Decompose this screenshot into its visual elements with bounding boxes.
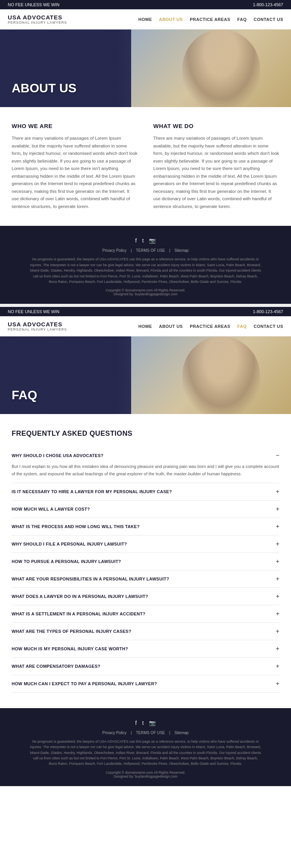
footer-copyright: Copyright © domainname.com All Rights Re… [8,288,283,292]
what-we-do-title: WHAT WE DO [153,123,279,129]
no-fee-text: NO FEE UNLESS WE WIN [8,2,59,7]
instagram-icon[interactable]: 📷 [149,237,156,244]
about-content: WHO WE ARE There are many variations of … [0,107,291,226]
faq-toggle-icon-12: + [276,680,279,687]
social-links: f t 📷 [8,237,283,244]
nav-contact[interactable]: CONTACT US [254,17,283,22]
faq-toggle-icon-10: + [276,645,279,652]
faq-question-text-11: WHAT ARE COMPENSATORY DAMAGES? [12,664,100,669]
footer-nav-links: Privacy Policy | TERMS OF USE | Sitemap [8,248,283,253]
nav2-about[interactable]: ABOUT US [159,324,183,329]
faq-question-3[interactable]: WHAT IS THE PROCESS AND HOW LONG WILL TH… [12,523,279,530]
terms-link[interactable]: TERMS OF USE [136,248,165,253]
logo: USA ADVOCATES PERSONAL INJURY LAWYERS [8,14,67,24]
logo-sub-2: PERSONAL INJURY LAWYERS [8,327,67,331]
faq-question-text-6: WHAT ARE YOUR RESPONSIBILITIES IN A PERS… [12,577,169,581]
top-bar-2: NO FEE UNLESS WE WIN 1-800-123-4567 [0,307,291,316]
sitemap-link[interactable]: Sitemap [174,248,189,253]
terms-link-2[interactable]: TERMS OF USE [136,731,165,735]
faq-question-text-0: WHY SHOULD I CHOSE USA ADVOCATES? [12,453,104,458]
twitter-icon[interactable]: t [142,237,144,244]
twitter-icon-2[interactable]: t [142,720,144,726]
nav-about[interactable]: ABOUT US [159,17,183,22]
faq-question-4[interactable]: WHY SHOULD I FILE A PERSONAL INJURY LAWS… [12,541,279,547]
faq-question-12[interactable]: HOW MUCH CAN I EXPECT TO PAY A PERSONAL … [12,680,279,687]
faq-question-0[interactable]: WHY SHOULD I CHOSE USA ADVOCATES?− [12,452,279,459]
faq-toggle-icon-9: + [276,628,279,635]
logo-name-2: USA ADVOCATES [8,321,67,327]
what-we-do-col: WHAT WE DO There are many variations of … [153,123,279,210]
faq-item: WHAT ARE YOUR RESPONSIBILITIES IN A PERS… [12,570,279,588]
faq-hero-title: FAQ [12,388,37,402]
faq-question-5[interactable]: HOW TO PURSUE A PERSONAL INJURY LAWSUIT?… [12,558,279,565]
logo-name: USA ADVOCATES [8,14,67,21]
social-links-2: f t 📷 [8,720,283,726]
faq-toggle-icon-7: + [276,593,279,600]
what-we-do-text: There are many variations of passages of… [153,135,279,210]
faq-answer-0: But I must explain to you how all this m… [12,463,279,477]
faq-item: WHY SHOULD I FILE A PERSONAL INJURY LAWS… [12,535,279,553]
nav2-home[interactable]: HOME [139,324,152,329]
faq-item: HOW MUCH CAN I EXPECT TO PAY A PERSONAL … [12,675,279,693]
who-we-are-col: WHO WE ARE There are many variations of … [12,123,138,210]
about-hero: ABOUT US [0,29,291,107]
footer-copyright-2: Copyright © domainname.com All Rights Re… [8,771,283,774]
faq-item: WHAT IS THE PROCESS AND HOW LONG WILL TH… [12,518,279,535]
faq-question-text-10: HOW MUCH IS MY PERSONAL INJURY CASE WORT… [12,646,128,651]
faq-question-10[interactable]: HOW MUCH IS MY PERSONAL INJURY CASE WORT… [12,645,279,652]
nav2-practice[interactable]: PRACTICE AREAS [190,324,230,329]
footer-designed-2: Designed by: buylandingpagedesign.com [8,774,283,778]
faq-question-text-9: WHAT ARE THE TYPES OF PERSONAL INJURY CA… [12,629,131,634]
faq-item: WHY SHOULD I CHOSE USA ADVOCATES?−But I … [12,447,279,483]
faq-question-text-1: IS IT NECESSARY TO HIRE A LAWYER FOR MY … [12,489,172,494]
faq-question-6[interactable]: WHAT ARE YOUR RESPONSIBILITIES IN A PERS… [12,575,279,582]
nav2-faq[interactable]: FAQ [237,324,247,329]
faq-item: HOW MUCH WILL A LAWYER COST?+ [12,501,279,518]
faq-item: WHAT ARE COMPENSATORY DAMAGES?+ [12,658,279,675]
facebook-icon[interactable]: f [135,237,137,244]
who-we-are-title: WHO WE ARE [12,123,138,129]
phone-number: 1-800-123-4567 [253,2,283,7]
footer-disclaimer: No prognosis is guaranteed, the lawyers … [29,256,262,284]
faq-item: WHAT IS A SETTLEMENT IN A PERSONAL INJUR… [12,605,279,623]
nav2-contact[interactable]: CONTACT US [254,324,283,329]
faq-toggle-icon-3: + [276,523,279,530]
faq-item: HOW MUCH IS MY PERSONAL INJURY CASE WORT… [12,640,279,658]
faq-item: WHAT DOES A LAWYER DO IN A PERSONAL INJU… [12,588,279,605]
page-divider [0,304,291,307]
faq-question-text-3: WHAT IS THE PROCESS AND HOW LONG WILL TH… [12,524,140,529]
faq-question-text-4: WHY SHOULD I FILE A PERSONAL INJURY LAWS… [12,542,127,546]
faq-question-11[interactable]: WHAT ARE COMPENSATORY DAMAGES?+ [12,663,279,670]
hero-title: ABOUT US [12,81,76,95]
faq-list: WHY SHOULD I CHOSE USA ADVOCATES?−But I … [12,447,279,692]
main-nav-2: HOME ABOUT US PRACTICE AREAS FAQ CONTACT… [139,324,283,329]
faq-toggle-icon-1: + [276,488,279,495]
faq-question-9[interactable]: WHAT ARE THE TYPES OF PERSONAL INJURY CA… [12,628,279,635]
nav-home[interactable]: HOME [139,17,152,22]
faq-item: IS IT NECESSARY TO HIRE A LAWYER FOR MY … [12,483,279,501]
faq-question-text-5: HOW TO PURSUE A PERSONAL INJURY LAWSUIT? [12,559,121,564]
faq-question-text-2: HOW MUCH WILL A LAWYER COST? [12,507,90,511]
nav-faq[interactable]: FAQ [237,17,247,22]
faq-item: HOW TO PURSUE A PERSONAL INJURY LAWSUIT?… [12,553,279,570]
faq-question-7[interactable]: WHAT DOES A LAWYER DO IN A PERSONAL INJU… [12,593,279,600]
faq-toggle-icon-8: + [276,610,279,617]
footer-nav-links-2: Privacy Policy | TERMS OF USE | Sitemap [8,731,283,735]
instagram-icon-2[interactable]: 📷 [149,720,156,726]
header: USA ADVOCATES PERSONAL INJURY LAWYERS HO… [0,9,291,29]
faq-question-8[interactable]: WHAT IS A SETTLEMENT IN A PERSONAL INJUR… [12,610,279,617]
faq-question-1[interactable]: IS IT NECESSARY TO HIRE A LAWYER FOR MY … [12,488,279,495]
nav-practice[interactable]: PRACTICE AREAS [190,17,230,22]
footer-2: f t 📷 Privacy Policy | TERMS OF USE | Si… [0,708,291,786]
top-bar: NO FEE UNLESS WE WIN 1-800-123-4567 [0,0,291,9]
sitemap-link-2[interactable]: Sitemap [174,731,189,735]
logo-sub: PERSONAL INJURY LAWYERS [8,21,67,24]
privacy-policy-link[interactable]: Privacy Policy [102,248,126,253]
facebook-icon-2[interactable]: f [135,720,137,726]
privacy-policy-link-2[interactable]: Privacy Policy [102,731,126,735]
header-2: USA ADVOCATES PERSONAL INJURY LAWYERS HO… [0,316,291,336]
no-fee-text-2: NO FEE UNLESS WE WIN [8,309,59,314]
faq-toggle-icon-2: + [276,506,279,513]
faq-question-text-12: HOW MUCH CAN I EXPECT TO PAY A PERSONAL … [12,681,157,686]
faq-question-2[interactable]: HOW MUCH WILL A LAWYER COST?+ [12,506,279,513]
